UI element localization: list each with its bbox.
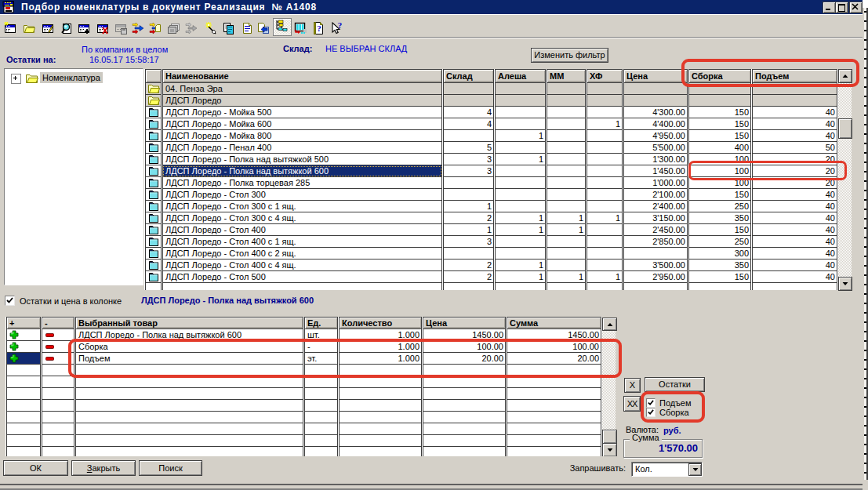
svg-text:?: ? — [317, 24, 321, 33]
svg-text:?: ? — [338, 22, 343, 30]
